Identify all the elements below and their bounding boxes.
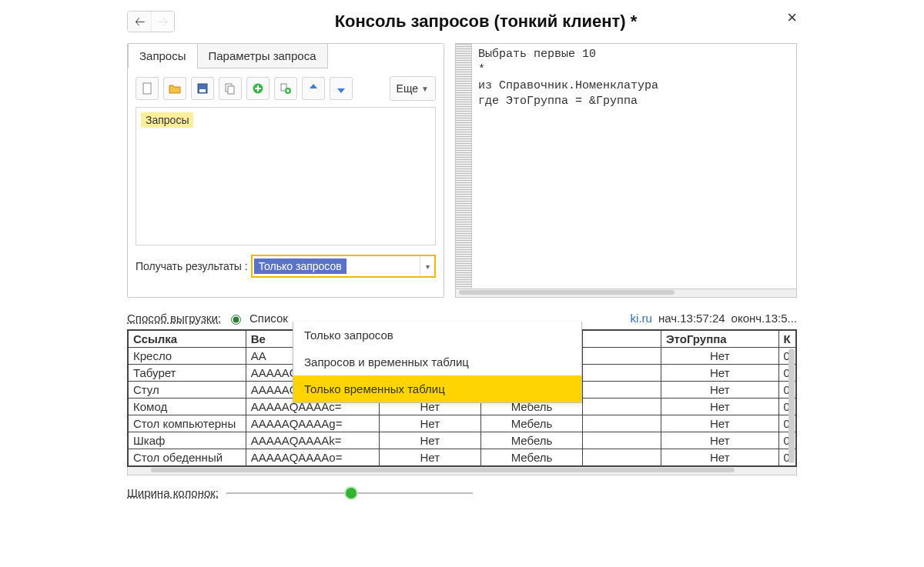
tab-query-params[interactable]: Параметры запроса <box>197 43 328 68</box>
nav-buttons: 🡠 🡢 <box>127 11 175 32</box>
table-cell: Нет <box>379 449 480 466</box>
move-up-button[interactable] <box>302 77 325 100</box>
time-end-label: оконч. <box>732 312 765 325</box>
right-panel: Выбрать первые 10 * из Справочник.Номенк… <box>455 43 797 298</box>
slider-knob[interactable] <box>346 488 357 499</box>
site-link-tail[interactable]: ki.ru <box>631 312 652 325</box>
table-row[interactable]: Стол обеденныйAAAAAQAAAAo=НетМебельНет0 <box>129 449 796 466</box>
table-cell: Нет <box>661 415 778 432</box>
move-down-icon <box>335 82 347 95</box>
forward-button[interactable]: 🡢 <box>151 12 174 32</box>
table-cell <box>583 432 661 449</box>
query-tree[interactable]: Запросы <box>136 107 436 245</box>
export-method-radio[interactable] <box>231 315 241 325</box>
table-cell <box>583 382 661 399</box>
table-cell: Мебель <box>480 432 582 449</box>
table-cell <box>583 415 661 432</box>
table-cell: Табурет <box>129 365 246 382</box>
table-header[interactable]: ЭтоГруппа <box>661 331 778 348</box>
table-row[interactable]: ШкафAAAAAQAAAAk=НетМебельНет0 <box>129 432 796 449</box>
table-cell: Нет <box>661 449 778 466</box>
table-cell: Шкаф <box>129 432 246 449</box>
time-start: 13:57:24 <box>680 312 725 325</box>
copy-icon <box>224 82 236 95</box>
table-cell: Мебель <box>480 415 582 432</box>
result-mode-option[interactable]: Только запросов <box>293 322 581 349</box>
result-mode-select[interactable]: Только запросов ▾ <box>251 255 436 278</box>
table-scrollbar-v[interactable] <box>788 332 795 465</box>
arrow-left-icon: 🡠 <box>135 16 145 28</box>
move-down-button[interactable] <box>330 77 353 100</box>
table-cell: Нет <box>379 432 480 449</box>
tab-queries[interactable]: Запросы <box>128 43 198 68</box>
back-button[interactable]: 🡠 <box>128 12 151 32</box>
svg-rect-4 <box>228 86 234 94</box>
add-button[interactable] <box>246 77 270 100</box>
table-cell: Нет <box>661 399 778 415</box>
time-end: 13:5... <box>765 312 797 325</box>
tree-root-item[interactable]: Запросы <box>141 112 193 128</box>
table-cell: AAAAAQAAAAk= <box>246 432 379 449</box>
result-mode-option[interactable]: Запросов и временных таблиц <box>293 349 581 375</box>
table-cell: AAAAAQAAAAg= <box>246 415 379 432</box>
table-header[interactable]: Ссылка <box>129 331 246 348</box>
table-cell: Стол компьютерны <box>129 415 246 432</box>
add-sub-button[interactable] <box>274 77 297 100</box>
chevron-down-icon: ▾ <box>426 262 430 271</box>
table-cell: Нет <box>379 415 480 432</box>
time-start-label: нач. <box>658 312 680 325</box>
result-mode-dropdown-button[interactable]: ▾ <box>420 256 434 276</box>
table-row[interactable]: Стол компьютерныAAAAAQAAAAg=НетМебельНет… <box>129 415 796 432</box>
page-title: Консоль запросов (тонкий клиент) * <box>175 12 797 32</box>
result-mode-option[interactable]: Только временных таблиц <box>293 375 581 402</box>
table-cell <box>583 399 661 415</box>
more-label: Еще <box>397 82 419 95</box>
result-mode-dropdown: Только запросовЗапросов и временных табл… <box>293 322 582 403</box>
table-scrollbar-h[interactable] <box>127 467 797 475</box>
editor-scrollbar-h[interactable] <box>455 289 797 298</box>
editor-gutter[interactable] <box>456 44 472 289</box>
left-panel: Запросы Параметры запроса Еще▼ Запросы П… <box>127 43 444 298</box>
table-cell: Нет <box>661 382 778 399</box>
export-method-label: Способ выгрузки: <box>127 312 221 325</box>
open-folder-icon <box>169 82 181 95</box>
tab-bar: Запросы Параметры запроса <box>128 43 444 68</box>
new-document-button[interactable] <box>136 77 159 100</box>
more-button[interactable]: Еще▼ <box>390 76 436 101</box>
table-cell: Нет <box>661 348 778 365</box>
table-cell <box>583 365 661 382</box>
toolbar: Еще▼ <box>128 68 444 107</box>
table-cell: AAAAAQAAAAo= <box>246 449 379 466</box>
add-to-list-icon <box>280 82 292 95</box>
open-button[interactable] <box>163 77 186 100</box>
title-bar: 🡠 🡢 Консоль запросов (тонкий клиент) * × <box>127 0 797 43</box>
table-cell: Кресло <box>129 348 246 365</box>
save-icon <box>196 82 209 95</box>
svg-rect-2 <box>199 89 206 92</box>
table-cell: Нет <box>661 432 778 449</box>
table-cell <box>583 348 661 365</box>
query-editor[interactable]: Выбрать первые 10 * из Справочник.Номенк… <box>472 44 796 289</box>
table-cell: Комод <box>129 399 246 415</box>
result-mode-value: Только запросов <box>254 258 346 274</box>
table-cell: Нет <box>661 365 778 382</box>
table-cell <box>583 449 661 466</box>
new-document-icon <box>141 82 153 95</box>
export-method-value: Список <box>249 312 288 325</box>
close-button[interactable]: × <box>787 8 797 28</box>
table-cell: Мебель <box>480 449 582 466</box>
chevron-down-icon: ▼ <box>421 85 429 93</box>
table-header[interactable] <box>583 331 661 348</box>
arrow-right-icon: 🡢 <box>158 16 168 28</box>
table-cell: Стул <box>129 382 246 399</box>
copy-button[interactable] <box>219 77 242 100</box>
table-cell: Стол обеденный <box>129 449 246 466</box>
column-width-label: Ширина колонок: <box>127 486 219 499</box>
svg-rect-0 <box>143 83 151 94</box>
add-circle-icon <box>252 82 264 95</box>
save-button[interactable] <box>191 77 214 100</box>
column-width-slider[interactable] <box>226 488 473 499</box>
result-mode-label: Получать результаты : <box>136 260 248 272</box>
move-up-icon <box>307 82 320 95</box>
